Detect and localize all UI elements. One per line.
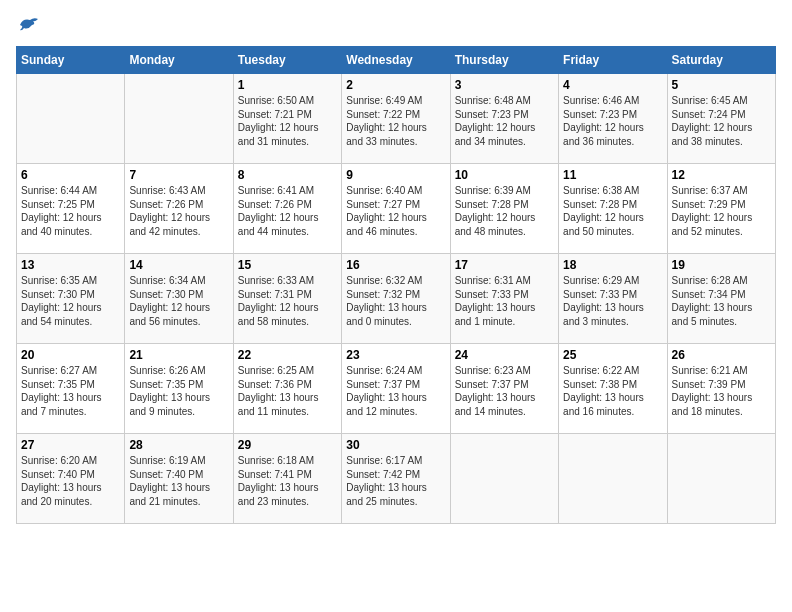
day-number: 15: [238, 258, 337, 272]
day-cell: 21Sunrise: 6:26 AM Sunset: 7:35 PM Dayli…: [125, 344, 233, 434]
header-row: SundayMondayTuesdayWednesdayThursdayFrid…: [17, 47, 776, 74]
day-cell: 17Sunrise: 6:31 AM Sunset: 7:33 PM Dayli…: [450, 254, 558, 344]
day-number: 7: [129, 168, 228, 182]
day-cell: 10Sunrise: 6:39 AM Sunset: 7:28 PM Dayli…: [450, 164, 558, 254]
day-cell: 18Sunrise: 6:29 AM Sunset: 7:33 PM Dayli…: [559, 254, 667, 344]
day-number: 19: [672, 258, 771, 272]
header-monday: Monday: [125, 47, 233, 74]
week-row-4: 27Sunrise: 6:20 AM Sunset: 7:40 PM Dayli…: [17, 434, 776, 524]
day-cell: 30Sunrise: 6:17 AM Sunset: 7:42 PM Dayli…: [342, 434, 450, 524]
day-number: 16: [346, 258, 445, 272]
day-number: 29: [238, 438, 337, 452]
day-cell: 19Sunrise: 6:28 AM Sunset: 7:34 PM Dayli…: [667, 254, 775, 344]
day-cell: 6Sunrise: 6:44 AM Sunset: 7:25 PM Daylig…: [17, 164, 125, 254]
day-number: 21: [129, 348, 228, 362]
day-number: 18: [563, 258, 662, 272]
header-thursday: Thursday: [450, 47, 558, 74]
page-header: [16, 16, 776, 34]
day-cell: 5Sunrise: 6:45 AM Sunset: 7:24 PM Daylig…: [667, 74, 775, 164]
day-info: Sunrise: 6:48 AM Sunset: 7:23 PM Dayligh…: [455, 94, 554, 148]
logo-icon: [16, 16, 40, 34]
header-tuesday: Tuesday: [233, 47, 341, 74]
day-info: Sunrise: 6:27 AM Sunset: 7:35 PM Dayligh…: [21, 364, 120, 418]
logo-bird-icon: [18, 16, 40, 34]
day-info: Sunrise: 6:20 AM Sunset: 7:40 PM Dayligh…: [21, 454, 120, 508]
day-info: Sunrise: 6:46 AM Sunset: 7:23 PM Dayligh…: [563, 94, 662, 148]
day-cell: 7Sunrise: 6:43 AM Sunset: 7:26 PM Daylig…: [125, 164, 233, 254]
day-number: 22: [238, 348, 337, 362]
day-info: Sunrise: 6:24 AM Sunset: 7:37 PM Dayligh…: [346, 364, 445, 418]
day-cell: 15Sunrise: 6:33 AM Sunset: 7:31 PM Dayli…: [233, 254, 341, 344]
day-number: 6: [21, 168, 120, 182]
week-row-1: 6Sunrise: 6:44 AM Sunset: 7:25 PM Daylig…: [17, 164, 776, 254]
day-cell: 4Sunrise: 6:46 AM Sunset: 7:23 PM Daylig…: [559, 74, 667, 164]
header-saturday: Saturday: [667, 47, 775, 74]
day-info: Sunrise: 6:25 AM Sunset: 7:36 PM Dayligh…: [238, 364, 337, 418]
day-cell: 2Sunrise: 6:49 AM Sunset: 7:22 PM Daylig…: [342, 74, 450, 164]
day-cell: [667, 434, 775, 524]
day-number: 26: [672, 348, 771, 362]
day-info: Sunrise: 6:22 AM Sunset: 7:38 PM Dayligh…: [563, 364, 662, 418]
day-cell: [559, 434, 667, 524]
day-info: Sunrise: 6:50 AM Sunset: 7:21 PM Dayligh…: [238, 94, 337, 148]
day-cell: 27Sunrise: 6:20 AM Sunset: 7:40 PM Dayli…: [17, 434, 125, 524]
day-cell: 1Sunrise: 6:50 AM Sunset: 7:21 PM Daylig…: [233, 74, 341, 164]
day-info: Sunrise: 6:26 AM Sunset: 7:35 PM Dayligh…: [129, 364, 228, 418]
day-info: Sunrise: 6:44 AM Sunset: 7:25 PM Dayligh…: [21, 184, 120, 238]
day-info: Sunrise: 6:21 AM Sunset: 7:39 PM Dayligh…: [672, 364, 771, 418]
day-cell: 29Sunrise: 6:18 AM Sunset: 7:41 PM Dayli…: [233, 434, 341, 524]
day-cell: 20Sunrise: 6:27 AM Sunset: 7:35 PM Dayli…: [17, 344, 125, 434]
day-cell: 22Sunrise: 6:25 AM Sunset: 7:36 PM Dayli…: [233, 344, 341, 434]
day-cell: [17, 74, 125, 164]
header-sunday: Sunday: [17, 47, 125, 74]
week-row-3: 20Sunrise: 6:27 AM Sunset: 7:35 PM Dayli…: [17, 344, 776, 434]
day-number: 20: [21, 348, 120, 362]
day-cell: 26Sunrise: 6:21 AM Sunset: 7:39 PM Dayli…: [667, 344, 775, 434]
day-info: Sunrise: 6:29 AM Sunset: 7:33 PM Dayligh…: [563, 274, 662, 328]
day-info: Sunrise: 6:49 AM Sunset: 7:22 PM Dayligh…: [346, 94, 445, 148]
day-info: Sunrise: 6:38 AM Sunset: 7:28 PM Dayligh…: [563, 184, 662, 238]
day-cell: 14Sunrise: 6:34 AM Sunset: 7:30 PM Dayli…: [125, 254, 233, 344]
day-info: Sunrise: 6:17 AM Sunset: 7:42 PM Dayligh…: [346, 454, 445, 508]
day-cell: 3Sunrise: 6:48 AM Sunset: 7:23 PM Daylig…: [450, 74, 558, 164]
day-number: 11: [563, 168, 662, 182]
day-info: Sunrise: 6:40 AM Sunset: 7:27 PM Dayligh…: [346, 184, 445, 238]
week-row-2: 13Sunrise: 6:35 AM Sunset: 7:30 PM Dayli…: [17, 254, 776, 344]
day-number: 13: [21, 258, 120, 272]
day-number: 2: [346, 78, 445, 92]
day-info: Sunrise: 6:23 AM Sunset: 7:37 PM Dayligh…: [455, 364, 554, 418]
day-info: Sunrise: 6:18 AM Sunset: 7:41 PM Dayligh…: [238, 454, 337, 508]
day-number: 3: [455, 78, 554, 92]
day-info: Sunrise: 6:31 AM Sunset: 7:33 PM Dayligh…: [455, 274, 554, 328]
day-cell: 13Sunrise: 6:35 AM Sunset: 7:30 PM Dayli…: [17, 254, 125, 344]
week-row-0: 1Sunrise: 6:50 AM Sunset: 7:21 PM Daylig…: [17, 74, 776, 164]
day-number: 12: [672, 168, 771, 182]
day-info: Sunrise: 6:35 AM Sunset: 7:30 PM Dayligh…: [21, 274, 120, 328]
day-number: 23: [346, 348, 445, 362]
day-info: Sunrise: 6:33 AM Sunset: 7:31 PM Dayligh…: [238, 274, 337, 328]
day-info: Sunrise: 6:34 AM Sunset: 7:30 PM Dayligh…: [129, 274, 228, 328]
day-number: 25: [563, 348, 662, 362]
day-number: 27: [21, 438, 120, 452]
day-number: 28: [129, 438, 228, 452]
day-cell: 11Sunrise: 6:38 AM Sunset: 7:28 PM Dayli…: [559, 164, 667, 254]
day-cell: [450, 434, 558, 524]
day-info: Sunrise: 6:43 AM Sunset: 7:26 PM Dayligh…: [129, 184, 228, 238]
day-cell: 8Sunrise: 6:41 AM Sunset: 7:26 PM Daylig…: [233, 164, 341, 254]
day-cell: 16Sunrise: 6:32 AM Sunset: 7:32 PM Dayli…: [342, 254, 450, 344]
header-friday: Friday: [559, 47, 667, 74]
day-cell: [125, 74, 233, 164]
day-info: Sunrise: 6:19 AM Sunset: 7:40 PM Dayligh…: [129, 454, 228, 508]
calendar-table: SundayMondayTuesdayWednesdayThursdayFrid…: [16, 46, 776, 524]
day-number: 30: [346, 438, 445, 452]
day-cell: 28Sunrise: 6:19 AM Sunset: 7:40 PM Dayli…: [125, 434, 233, 524]
day-number: 10: [455, 168, 554, 182]
day-number: 17: [455, 258, 554, 272]
day-number: 5: [672, 78, 771, 92]
day-cell: 23Sunrise: 6:24 AM Sunset: 7:37 PM Dayli…: [342, 344, 450, 434]
day-info: Sunrise: 6:41 AM Sunset: 7:26 PM Dayligh…: [238, 184, 337, 238]
day-cell: 9Sunrise: 6:40 AM Sunset: 7:27 PM Daylig…: [342, 164, 450, 254]
logo: [16, 16, 40, 34]
day-cell: 12Sunrise: 6:37 AM Sunset: 7:29 PM Dayli…: [667, 164, 775, 254]
day-number: 4: [563, 78, 662, 92]
